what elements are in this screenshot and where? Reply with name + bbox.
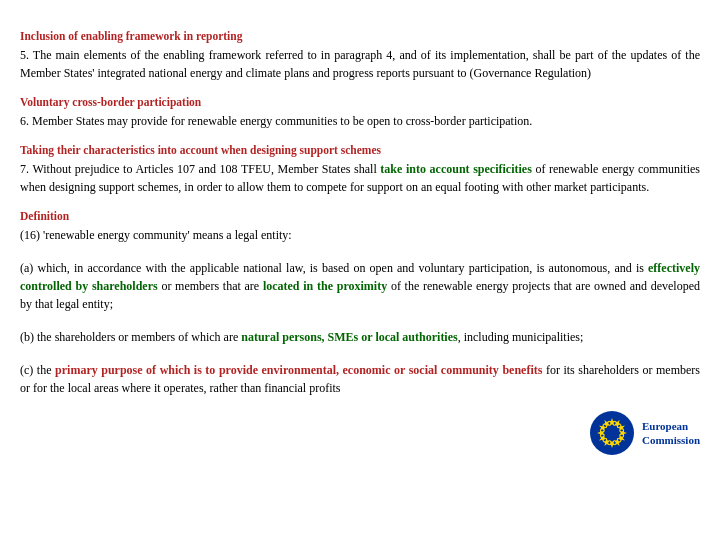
footer: European Commission	[20, 411, 700, 455]
inclusion-body: 5. The main elements of the enabling fra…	[20, 46, 700, 82]
taking-highlight: take into account specificities	[380, 162, 531, 176]
eu-org-name: European Commission	[642, 419, 700, 448]
highlight-natural: natural persons, SMEs or local authoriti…	[241, 330, 457, 344]
definition-para-b: (b) the shareholders or members of which…	[20, 328, 700, 346]
eu-org-line1: European	[642, 420, 688, 432]
definition-section: Definition (16) 'renewable energy commun…	[20, 210, 700, 397]
inclusion-section: Inclusion of enabling framework in repor…	[20, 30, 700, 82]
inclusion-title: Inclusion of enabling framework in repor…	[20, 30, 700, 42]
voluntary-body: 6. Member States may provide for renewab…	[20, 112, 700, 130]
highlight-primary: primary purpose of which is to provide e…	[55, 363, 542, 377]
taking-body: 7. Without prejudice to Articles 107 and…	[20, 160, 700, 196]
definition-intro: (16) 'renewable energy community' means …	[20, 226, 700, 244]
taking-title: Taking their characteristics into accoun…	[20, 144, 700, 156]
highlight-located: located in the proximity	[263, 279, 387, 293]
definition-title: Definition	[20, 210, 700, 222]
eu-flag-icon	[592, 413, 632, 453]
definition-para-c: (c) the primary purpose of which is to p…	[20, 361, 700, 397]
eu-logo: European Commission	[590, 411, 700, 455]
voluntary-section: Voluntary cross-border participation 6. …	[20, 96, 700, 130]
definition-para-a: (a) which, in accordance with the applic…	[20, 259, 700, 313]
voluntary-title: Voluntary cross-border participation	[20, 96, 700, 108]
taking-section: Taking their characteristics into accoun…	[20, 144, 700, 196]
eu-emblem	[590, 411, 634, 455]
eu-org-line2: Commission	[642, 434, 700, 446]
